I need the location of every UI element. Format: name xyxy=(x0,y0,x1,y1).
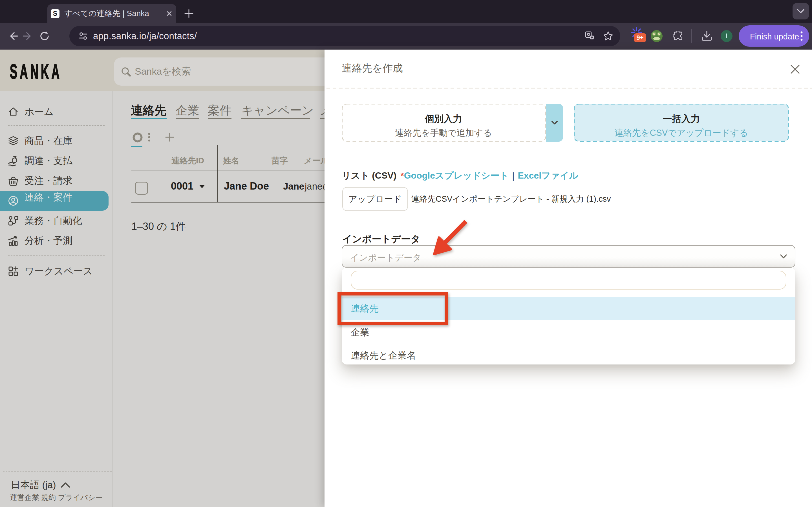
upload-button[interactable]: アップロード xyxy=(342,187,408,211)
tab-close-icon[interactable] xyxy=(167,11,172,16)
reload-icon[interactable] xyxy=(39,31,50,41)
import-data-label: インポートデータ xyxy=(342,233,420,245)
row-expand-caret-icon[interactable] xyxy=(199,184,205,188)
col-header-first-name[interactable]: 苗字 xyxy=(271,155,288,166)
cell-first-name[interactable]: Jane xyxy=(283,181,304,192)
sidebar-item-contacts-selected[interactable]: 連絡・案件 xyxy=(0,191,109,211)
option-label: 連絡先と企業名 xyxy=(351,349,416,362)
site-settings-icon[interactable] xyxy=(79,31,88,41)
tab-campaigns[interactable]: キャンペーン xyxy=(241,103,314,118)
profile-initial: I xyxy=(726,32,728,40)
sidebar-item-label: 受注・請求 xyxy=(24,174,72,187)
sidebar-item-products[interactable]: 商品・在庫 xyxy=(0,131,112,151)
bulk-card-title: 一括入力 xyxy=(574,113,789,125)
chevron-up-icon xyxy=(61,482,70,488)
option-label: 企業 xyxy=(351,326,369,339)
view-circle-icon[interactable] xyxy=(133,132,143,143)
url-text[interactable]: app.sanka.io/ja/contacts/ xyxy=(93,26,197,46)
back-icon[interactable] xyxy=(7,31,18,41)
profile-avatar[interactable]: I xyxy=(721,30,732,42)
cell-last-name[interactable]: Jane Doe xyxy=(224,180,269,192)
search-placeholder: Sankaを検索 xyxy=(135,57,191,86)
entity-tabs: 連絡先 企業 案件 キャンペーン メ xyxy=(113,91,324,122)
annotation-arrow xyxy=(428,216,474,261)
excel-file-link[interactable]: Excelファイル xyxy=(518,170,578,182)
extensions-puzzle-icon[interactable] xyxy=(673,31,683,41)
table-header-border xyxy=(132,170,324,170)
sidebar-item-home[interactable]: ホーム xyxy=(0,102,112,122)
individual-card-subtitle: 連絡先を手動で追加する xyxy=(342,127,545,139)
mode-card-individual[interactable]: 個別入力 連絡先を手動で追加する xyxy=(342,104,563,142)
col-header-email[interactable]: メール xyxy=(304,155,324,166)
tab-companies[interactable]: 企業 xyxy=(175,103,199,118)
bookmark-star-icon[interactable] xyxy=(603,31,613,41)
bulk-card-subtitle: 連絡先をCSVでアップロードする xyxy=(574,127,789,139)
csv-list-label: リスト (CSV) xyxy=(342,170,396,182)
sidebar: ホーム 商品・在庫 調達・支払 受注・請求 連絡・案件 業務・自動化 分析・予測… xyxy=(0,91,112,507)
address-bar[interactable]: app.sanka.io/ja/contacts/ xyxy=(69,26,620,46)
sidebar-item-automation[interactable]: 業務・自動化 xyxy=(0,211,112,231)
footer-link-company[interactable]: 運営企業 xyxy=(10,493,39,502)
google-sheet-link[interactable]: Googleスプレッドシート xyxy=(404,170,509,182)
dropdown-search-input[interactable] xyxy=(351,271,786,290)
mode-card-bulk[interactable]: 一括入力 連絡先をCSVでアップロードする xyxy=(574,104,789,142)
tab-underline xyxy=(320,118,324,119)
option-contacts-and-companies[interactable]: 連絡先と企業名 xyxy=(342,344,795,367)
toolbar-divider xyxy=(691,29,692,43)
create-contact-drawer: 連絡先を作成 個別入力 連絡先を手動で追加する 一括入力 連絡先をCSVでアップ… xyxy=(324,50,812,507)
browser-tab[interactable]: S すべての連絡先 | Sanka xyxy=(47,4,176,23)
sidebar-item-orders[interactable]: 受注・請求 xyxy=(0,171,112,191)
site-favicon: S xyxy=(51,9,59,18)
individual-card-title: 個別入力 xyxy=(342,113,545,125)
sidebar-item-label: ホーム xyxy=(24,105,54,118)
col-header-last-name[interactable]: 姓名 xyxy=(223,155,239,166)
extension-frog-avatar[interactable] xyxy=(651,30,663,42)
tab-underline xyxy=(241,118,310,119)
individual-card-chevron-box[interactable] xyxy=(546,104,563,142)
language-label: 日本語 (ja) xyxy=(11,478,56,492)
required-asterisk: * xyxy=(400,171,404,181)
links-separator: | xyxy=(512,171,514,181)
workspace-grid-icon xyxy=(8,266,19,277)
sidebar-item-workspace[interactable]: ワークスペース xyxy=(0,262,112,281)
main-content: 連絡先 企業 案件 キャンペーン メ 連絡先ID 姓名 苗字 メール 0001 … xyxy=(113,91,324,507)
col-header-contact-id[interactable]: 連絡先ID xyxy=(171,155,204,166)
extension-badge-count: 9+ xyxy=(634,33,646,42)
sidebar-item-analytics[interactable]: 分析・予測 xyxy=(0,231,112,251)
downloads-icon[interactable] xyxy=(701,30,713,42)
footer-link-terms[interactable]: 規約 xyxy=(41,493,56,502)
frog-face-icon xyxy=(651,30,663,42)
pagination-label: 1–30 の 1件 xyxy=(132,220,186,233)
translate-icon[interactable] xyxy=(585,31,595,41)
import-data-select[interactable]: インポートデータ xyxy=(342,245,795,268)
finish-update-button[interactable]: Finish update xyxy=(739,25,809,47)
finish-update-label: Finish update xyxy=(750,32,799,41)
add-view-plus-icon[interactable] xyxy=(165,132,174,142)
drawer-close-icon[interactable] xyxy=(790,64,800,74)
tab-search-button[interactable] xyxy=(793,3,809,19)
cell-contact-id[interactable]: 0001 xyxy=(171,180,193,192)
sidebar-item-procurement[interactable]: 調達・支払 xyxy=(0,151,112,171)
sidebar-divider xyxy=(8,256,105,256)
sanka-logo[interactable]: SANKA xyxy=(10,60,62,83)
browser-toolbar: app.sanka.io/ja/contacts/ 9+ I Finish up… xyxy=(0,23,812,50)
cell-email[interactable]: jane@ xyxy=(305,181,324,192)
browser-menu-kebab-icon[interactable] xyxy=(800,31,803,42)
extension-pinned-badge[interactable]: 9+ xyxy=(631,27,646,43)
sidebar-divider xyxy=(8,125,105,126)
tab-deals[interactable]: 案件 xyxy=(208,103,232,118)
forward-icon[interactable] xyxy=(23,31,34,41)
tab-contacts[interactable]: 連絡先 xyxy=(131,103,166,118)
new-tab-icon[interactable] xyxy=(184,9,194,18)
select-placeholder: インポートデータ xyxy=(350,245,421,267)
tab-messages[interactable]: メ xyxy=(320,103,324,118)
footer-link-privacy[interactable]: プライバシー xyxy=(58,493,103,502)
view-kebab-icon[interactable] xyxy=(147,132,151,143)
csv-links-row: リスト (CSV) * Googleスプレッドシート | Excelファイル xyxy=(342,168,578,184)
language-selector[interactable]: 日本語 (ja) xyxy=(11,476,70,494)
row-checkbox[interactable] xyxy=(135,182,148,194)
tab-underline xyxy=(175,118,199,119)
sidebar-item-label: ワークスペース xyxy=(24,265,93,278)
sidebar-footer-links: 運営企業 規約 プライバシー xyxy=(10,493,103,503)
view-toolbar xyxy=(113,122,324,145)
